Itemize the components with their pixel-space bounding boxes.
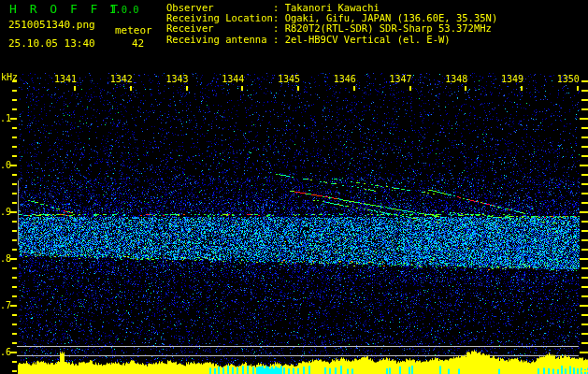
freq-tick-label: 0.8 [0,253,11,264]
info-label: Receiving antenna [166,35,273,45]
freq-tick-label: 1.0 [0,160,11,170]
info-value: Takanori Kawachi [285,2,380,13]
freq-tick-label: 0.9 [0,207,11,217]
hrofft-window: H R O F F T 1.0.0 2510051340.png meteor … [0,0,588,374]
time-tick-label: 1346 [326,74,356,84]
time-tick-label: 1350 [550,74,580,84]
time-tick-label: 1343 [159,74,189,84]
time-tick-label: 1341 [47,74,77,84]
timestamp: 25.10.05 13:40 [8,37,95,50]
meteor-count: 42 [132,37,144,50]
info-label: Receiver [166,23,273,34]
time-tick-label: 1342 [103,74,133,84]
freq-axis-unit: kHz [1,72,18,82]
time-tick-label: 1344 [214,74,244,84]
time-tick-label: 1349 [494,74,523,84]
time-tick-label: 1347 [382,74,412,84]
app-title: H R O F F T [9,2,121,16]
app-version: 1.0.0 [109,4,139,15]
spectrogram-plot [0,0,588,374]
output-filename: 2510051340.png [8,19,95,31]
time-tick-label: 1348 [437,74,467,84]
info-value: Ogaki, Gifu, JAPAN (136.60E, 35.35N) [285,12,498,23]
time-tick-label: 1345 [270,74,300,84]
station-info-row: Receiving antenna: 2el-HB9CV Vertical (e… [166,35,497,45]
mode-label: meteor [115,24,152,36]
info-value: R820T2(RTL-SDR) SDR-Sharp 53.372MHz [285,22,492,34]
station-info-block: Observer: Takanori KawachiReceiving Loca… [166,3,497,45]
freq-tick-label: 0.7 [0,300,11,310]
info-value: 2el-HB9CV Vertical (el. E-W) [285,34,451,45]
freq-tick-label: 1.1 [0,113,11,123]
freq-tick-label: 0.6 [0,347,11,357]
